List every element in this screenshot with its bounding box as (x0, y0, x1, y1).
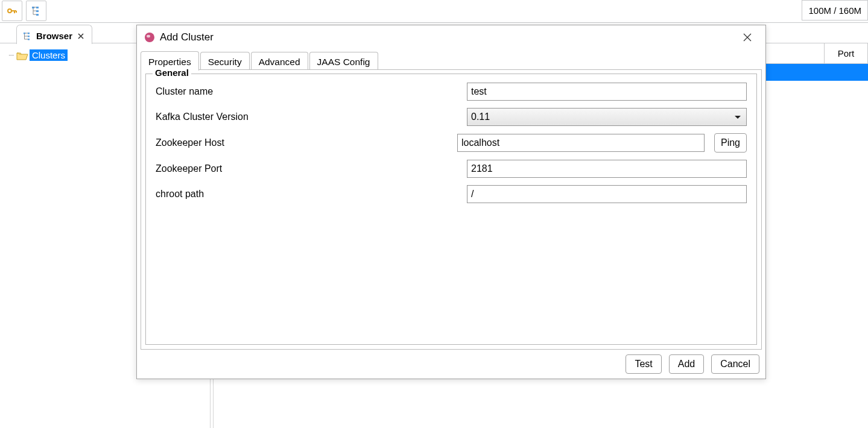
tab-jaas[interactable]: JAAS Config (309, 52, 378, 70)
tab-advanced[interactable]: Advanced (251, 52, 308, 70)
label-cluster-name: Cluster name (156, 86, 467, 97)
tree-root-label: Clusters (30, 49, 68, 61)
key-icon (7, 6, 17, 16)
select-version-value: 0.11 (471, 112, 490, 122)
svg-point-10 (147, 35, 150, 38)
tab-advanced-label: Advanced (259, 57, 300, 68)
svg-rect-4 (36, 14, 39, 16)
svg-rect-8 (28, 39, 30, 40)
input-zk-port[interactable] (467, 160, 747, 178)
label-chroot: chroot path (156, 189, 467, 200)
tree-small-icon (23, 32, 33, 40)
main-toolbar (0, 0, 868, 22)
list-col-port[interactable]: Port (825, 43, 868, 63)
tab-properties-label: Properties (148, 57, 191, 68)
test-button[interactable]: Test (626, 354, 661, 374)
dialog-footer: Test Add Cancel (626, 354, 759, 374)
dialog-titlebar[interactable]: Add Cluster (137, 25, 765, 49)
toolbar-button-2[interactable] (26, 1, 46, 21)
tree-icon (31, 5, 42, 16)
input-cluster-name[interactable] (467, 83, 747, 101)
tree-connector: ····· (8, 52, 14, 58)
dialog-close-button[interactable] (737, 28, 758, 46)
select-version[interactable]: 0.11 (467, 108, 747, 126)
chevron-down-icon (734, 112, 741, 122)
memory-indicator: 100M / 160M (802, 0, 868, 20)
label-zk-host: Zookeeper Host (156, 137, 457, 148)
memory-text: 100M / 160M (808, 5, 861, 16)
col-port-label: Port (838, 48, 855, 58)
toolbar-divider (0, 22, 868, 23)
add-button[interactable]: Add (669, 354, 704, 374)
dialog-tabs: Properties Security Advanced JAAS Config (137, 51, 765, 70)
svg-point-9 (145, 33, 154, 42)
svg-rect-3 (36, 10, 39, 12)
row-zk-port: Zookeeper Port (156, 160, 747, 178)
svg-rect-2 (36, 7, 39, 8)
row-chroot: chroot path (156, 185, 747, 203)
tab-security[interactable]: Security (200, 52, 250, 70)
input-zk-host[interactable] (457, 134, 705, 152)
svg-point-0 (8, 9, 11, 13)
toolbar-button-1[interactable] (2, 1, 22, 21)
folder-open-icon (16, 51, 27, 60)
fieldset-legend: General (153, 68, 191, 78)
browser-tab-label: Browser (36, 31, 72, 41)
label-zk-port: Zookeeper Port (156, 163, 467, 174)
svg-rect-5 (24, 33, 25, 34)
cancel-button[interactable]: Cancel (711, 354, 759, 374)
svg-rect-6 (28, 33, 30, 34)
dialog-title: Add Cluster (160, 31, 732, 43)
row-version: Kafka Cluster Version 0.11 (156, 108, 747, 126)
row-cluster-name: Cluster name (156, 83, 747, 101)
app-icon (144, 32, 155, 43)
general-fieldset: Cluster name Kafka Cluster Version 0.11 … (145, 74, 757, 345)
svg-rect-7 (28, 36, 30, 37)
browser-tab[interactable]: Browser (16, 25, 92, 44)
ping-button[interactable]: Ping (714, 133, 747, 153)
tab-security-label: Security (208, 57, 242, 68)
row-zk-host: Zookeeper Host Ping (156, 133, 747, 153)
tab-jaas-label: JAAS Config (317, 57, 370, 68)
close-icon (743, 33, 752, 42)
label-version: Kafka Cluster Version (156, 112, 467, 122)
add-cluster-dialog: Add Cluster Properties Security Advanced… (136, 25, 766, 379)
close-icon[interactable] (76, 31, 86, 41)
input-chroot[interactable] (467, 185, 747, 203)
